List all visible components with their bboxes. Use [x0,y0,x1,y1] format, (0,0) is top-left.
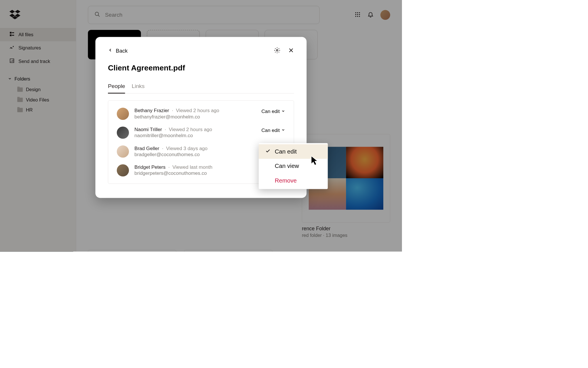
modal-title: Client Agreement.pdf [108,64,294,72]
person-avatar [117,126,129,139]
person-row: Bethany Frazier · Viewed 2 hours ago bet… [117,108,285,120]
tab-people[interactable]: People [108,83,125,93]
menu-item-remove[interactable]: Remove [259,173,328,188]
person-viewed: Viewed 2 hours ago [169,126,212,132]
person-viewed: Viewed 2 hours ago [176,108,219,114]
back-button[interactable]: Back [108,48,127,54]
modal-actions [274,47,294,54]
separator-dot: · [162,145,163,151]
permission-dropdown[interactable]: Can edit [261,127,285,133]
modal-overlay: Back Client Agreement.pdf People Links B… [0,0,402,252]
person-info: Bethany Frazier · Viewed 2 hours ago bet… [134,108,256,120]
chevron-down-icon [281,108,285,114]
person-row: Naomi Triller · Viewed 2 hours ago naomi… [117,126,285,139]
person-info: Naomi Triller · Viewed 2 hours ago naomi… [134,126,256,138]
chevron-down-icon [281,127,285,133]
person-name: Bethany Frazier [134,108,169,114]
person-viewed: Viewed last month [172,164,212,170]
menu-item-can-view[interactable]: Can view [259,159,328,173]
permission-dropdown[interactable]: Can edit [261,108,285,114]
modal-tabs: People Links [108,83,294,93]
permission-menu: Can edit Can view Remove [259,143,328,189]
close-icon[interactable] [288,47,294,54]
tab-links[interactable]: Links [132,83,145,93]
menu-item-label: Remove [275,177,297,184]
svg-point-21 [276,49,278,51]
person-avatar [117,108,129,120]
person-name: Bridget Peters [134,164,165,170]
separator-dot: · [165,126,166,132]
person-viewed: Viewed 3 days ago [166,145,208,151]
gear-icon[interactable] [274,47,280,54]
person-avatar [117,164,129,176]
permission-label: Can edit [261,108,280,114]
person-avatar [117,145,129,158]
modal-header: Back [108,47,294,54]
check-icon [265,148,270,155]
chevron-left-icon [108,48,113,54]
separator-dot: · [168,164,170,170]
menu-item-label: Can edit [275,148,297,155]
person-name: Brad Geller [134,145,159,151]
separator-dot: · [172,108,173,114]
permission-label: Can edit [261,127,280,133]
back-label: Back [116,48,127,54]
menu-item-label: Can view [275,163,299,169]
person-name: Naomi Triller [134,126,162,132]
menu-item-can-edit[interactable]: Can edit [259,144,328,159]
person-email: bethanyfrazier@moonhelm.co [134,114,256,120]
person-email: naomitriller@moonhelm.co [134,133,256,138]
